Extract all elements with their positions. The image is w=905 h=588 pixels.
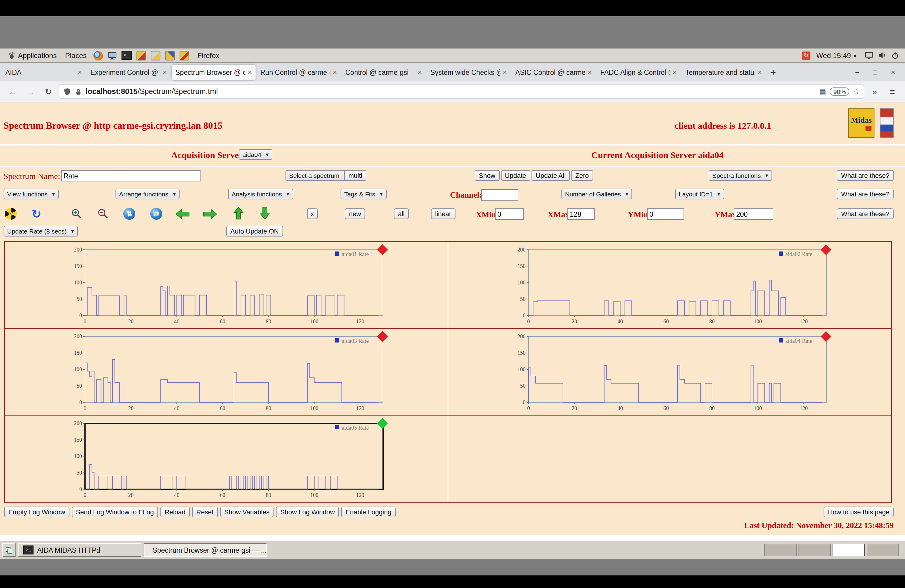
- what-are-these-button-2[interactable]: What are these?: [837, 189, 894, 199]
- launcher-terminal-icon[interactable]: >_: [122, 51, 132, 60]
- view-functions-select[interactable]: View functions▼: [3, 189, 59, 199]
- channel-input[interactable]: [481, 189, 518, 200]
- ymax-input[interactable]: [734, 208, 773, 220]
- enable-logging-button[interactable]: Enable Logging: [341, 507, 395, 517]
- browser-tab-6[interactable]: System wide Checks @×: [427, 64, 511, 80]
- show-log-window-button[interactable]: Show Log Window: [276, 507, 339, 517]
- chart-status-diamond[interactable]: [821, 331, 831, 342]
- window-close-button[interactable]: ×: [884, 68, 902, 76]
- browser-tab-4[interactable]: Run Control @ carme-gs×: [257, 64, 341, 80]
- browser-tab-7[interactable]: ASIC Control @ carme-g×: [512, 64, 595, 80]
- refresh-icon[interactable]: ↻: [30, 208, 43, 220]
- arrange-functions-select[interactable]: Arrange functions▼: [116, 189, 179, 199]
- zoom-level-badge[interactable]: 90%: [830, 87, 849, 96]
- select-spectrum-select[interactable]: Select a spectrum▼: [286, 170, 351, 181]
- taskbar-window-spectrum-browser[interactable]: Spectrum Browser @ carme-gsi — ...: [144, 543, 267, 557]
- bookmark-star-icon[interactable]: ☆: [853, 87, 859, 96]
- workspace-2[interactable]: [799, 544, 831, 556]
- power-status-icon[interactable]: [891, 51, 899, 59]
- launcher-firefox-icon[interactable]: [94, 51, 103, 60]
- xmax-input[interactable]: [567, 208, 595, 220]
- arrow-left-icon[interactable]: [175, 208, 190, 220]
- layout-id-select[interactable]: Layout ID=1▼: [675, 189, 724, 199]
- browser-tab-9[interactable]: Temperature and status×: [682, 64, 765, 80]
- lock-icon[interactable]: [75, 88, 82, 95]
- auto-update-button[interactable]: Auto Update ON: [226, 226, 283, 237]
- shield-icon[interactable]: [64, 87, 71, 96]
- places-menu[interactable]: Places: [61, 49, 90, 62]
- tab-close-icon[interactable]: ×: [163, 68, 167, 76]
- tab-close-icon[interactable]: ×: [248, 68, 252, 76]
- tab-close-icon[interactable]: ×: [503, 68, 507, 76]
- empty-log-window-button[interactable]: Empty Log Window: [4, 507, 70, 517]
- show-button[interactable]: Show: [475, 170, 500, 181]
- browser-tab-5[interactable]: Control @ carme-gsi×: [342, 64, 426, 80]
- launcher-midas-icon-4[interactable]: [179, 51, 189, 60]
- chart-status-diamond[interactable]: [377, 331, 388, 342]
- reload-button[interactable]: Reload: [160, 507, 190, 517]
- reload-button[interactable]: ↻: [41, 87, 56, 96]
- arrow-down-icon[interactable]: [260, 207, 270, 219]
- clock[interactable]: Wed 15:49: [816, 51, 851, 60]
- window-restore-button[interactable]: □: [867, 68, 883, 76]
- y-arrows-icon[interactable]: ⇅: [123, 208, 135, 220]
- workspace-1[interactable]: [764, 544, 797, 556]
- zoom-in-icon[interactable]: [71, 208, 83, 220]
- menu-hamburger-icon[interactable]: ≡: [884, 87, 900, 96]
- send-log-window-to-elog-button[interactable]: Send Log Window to ELog: [72, 507, 158, 517]
- chart-status-diamond[interactable]: [377, 244, 388, 255]
- workspace-3-active[interactable]: [833, 544, 865, 556]
- address-bar[interactable]: localhost:8015/Spectrum/Spectrum.tml ▤ 9…: [59, 84, 864, 99]
- launcher-midas-icon-2[interactable]: [151, 51, 160, 60]
- update-notification-icon[interactable]: ↻: [802, 51, 810, 60]
- launcher-midas-icon-1[interactable]: [137, 51, 146, 60]
- tab-close-icon[interactable]: ×: [588, 68, 592, 76]
- x-button[interactable]: x: [307, 208, 318, 219]
- volume-status-icon[interactable]: [878, 51, 886, 59]
- tab-close-icon[interactable]: ×: [418, 68, 422, 76]
- launcher-midas-icon-3[interactable]: [165, 51, 175, 60]
- tab-close-icon[interactable]: ×: [333, 68, 337, 76]
- number-of-galleries-select[interactable]: Number of Galleries▼: [561, 189, 632, 199]
- tab-close-icon[interactable]: ×: [758, 68, 762, 76]
- applications-menu[interactable]: Applications: [3, 49, 61, 62]
- show-variables-button[interactable]: Show Variables: [220, 507, 273, 517]
- tab-close-icon[interactable]: ×: [673, 68, 677, 76]
- workspace-4[interactable]: [867, 544, 899, 556]
- acquisition-server-select[interactable]: aida04▼: [239, 149, 273, 160]
- update-rate-select[interactable]: Update Rate (8 secs)▼: [3, 226, 78, 237]
- arrow-right-icon[interactable]: [203, 208, 217, 220]
- spectra-functions-select[interactable]: Spectra functions▼: [709, 170, 772, 181]
- overflow-chevron-icon[interactable]: »: [867, 87, 882, 96]
- spectrum-name-input[interactable]: [61, 170, 200, 181]
- update-all-button[interactable]: Update All: [532, 170, 570, 181]
- tags-fits-select[interactable]: Tags & Fits▼: [341, 189, 387, 199]
- new-tab-button[interactable]: +: [766, 67, 781, 77]
- forward-button[interactable]: →: [23, 87, 38, 96]
- multi-button[interactable]: multi: [344, 170, 366, 181]
- display-status-icon[interactable]: [865, 51, 873, 59]
- browser-tab-3[interactable]: Spectrum Browser @ ca×: [172, 64, 256, 80]
- linear-button[interactable]: linear: [431, 208, 456, 219]
- x-arrows-icon[interactable]: ⇄: [150, 208, 162, 220]
- taskbar-window-aida-midas-httpd[interactable]: >_ AIDA MIDAS HTTPd: [18, 543, 141, 557]
- all-button[interactable]: all: [394, 208, 409, 219]
- arrow-up-icon[interactable]: [233, 207, 244, 219]
- radiation-icon[interactable]: [5, 208, 17, 220]
- zero-button[interactable]: Zero: [571, 170, 593, 181]
- update-button[interactable]: Update: [501, 170, 530, 181]
- new-button[interactable]: new: [345, 208, 365, 219]
- launcher-display-icon[interactable]: [108, 51, 117, 60]
- window-minimize-button[interactable]: −: [849, 68, 865, 76]
- how-to-use-button[interactable]: How to use this page: [824, 507, 894, 517]
- show-desktop-button[interactable]: [2, 543, 16, 557]
- back-button[interactable]: ←: [5, 87, 21, 96]
- browser-tab-2[interactable]: Experiment Control @ c×: [87, 64, 171, 80]
- analysis-functions-select[interactable]: Analysis functions▼: [228, 189, 293, 199]
- xmin-input[interactable]: [495, 208, 524, 220]
- tab-close-icon[interactable]: ×: [78, 68, 82, 76]
- what-are-these-button-3[interactable]: What are these?: [837, 208, 894, 219]
- chart-status-diamond[interactable]: [821, 244, 831, 255]
- chart-status-diamond[interactable]: [377, 418, 388, 429]
- what-are-these-button-1[interactable]: What are these?: [837, 170, 894, 181]
